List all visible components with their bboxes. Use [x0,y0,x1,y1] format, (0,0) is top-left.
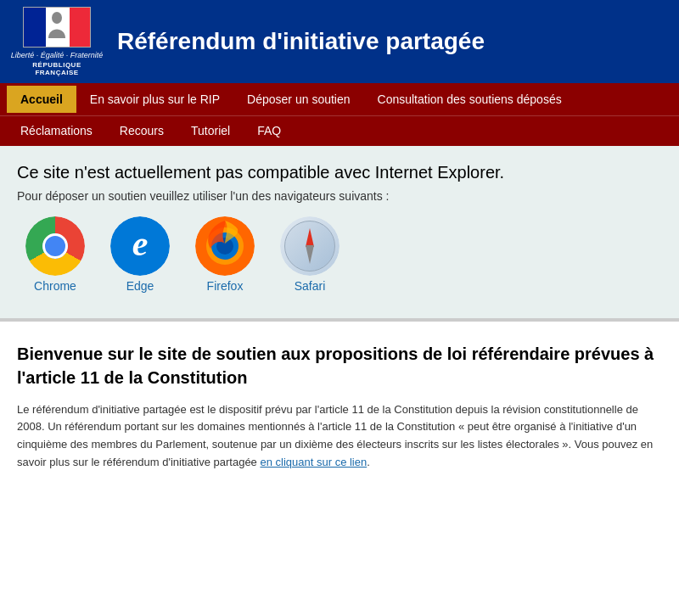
flag-white [46,8,70,47]
edge-icon-inner: e [110,216,170,276]
svg-point-0 [52,12,62,24]
browser-chrome: Chrome [17,216,93,293]
browser-edge: e Edge [102,216,178,293]
page-title: Référendum d'initiative partagée [117,27,669,56]
nav-recours[interactable]: Recours [106,117,177,144]
compass-needle-north [306,228,314,247]
safari-compass [284,221,335,272]
chrome-icon [25,216,85,276]
edge-letter: e [132,223,149,264]
browsers-list: Chrome e Edge [17,216,662,293]
marianne-svg [45,9,69,40]
edge-label: Edge [126,279,154,293]
nav-reclamations[interactable]: Réclamations [7,117,106,144]
nav-top: Accueil En savoir plus sur le RIP Dépose… [0,83,679,115]
firefox-icon [195,216,255,276]
nav-bottom: Réclamations Recours Tutoriel FAQ [0,115,679,146]
chrome-center [42,233,68,259]
welcome-link[interactable]: en cliquant sur ce lien [260,456,367,468]
safari-icon-inner [280,216,340,276]
main-content: Ce site n'est actuellement pas compatibl… [0,146,679,489]
chrome-label: Chrome [34,279,76,293]
ie-warning-title: Ce site n'est actuellement pas compatibl… [17,163,662,182]
logo-block: Liberté · Égalité · Fraternité Républiqu… [10,7,104,76]
browser-firefox: Firefox [187,216,263,293]
ie-warning-section: Ce site n'est actuellement pas compatibl… [0,146,679,320]
safari-label: Safari [295,279,326,293]
flag-blue [24,8,46,47]
nav-consultation[interactable]: Consultation des soutiens déposés [364,86,575,113]
welcome-title: Bienvenue sur le site de soutien aux pro… [17,342,662,389]
flag-logo [23,7,91,48]
firefox-svg [195,216,255,276]
nav-tutoriel[interactable]: Tutoriel [177,117,244,144]
compass-needle-south [306,245,314,264]
chrome-icon-inner [25,216,85,276]
safari-icon [280,216,340,276]
welcome-body: Le référendum d'initiative partagée est … [17,401,662,472]
nav-accueil[interactable]: Accueil [7,86,76,113]
browser-safari: Safari [272,216,348,293]
nav-en-savoir[interactable]: En savoir plus sur le RIP [76,86,233,113]
flag-red [70,8,90,47]
nav-deposer[interactable]: Déposer un soutien [233,86,363,113]
firefox-label: Firefox [207,279,244,293]
logo-tagline: Liberté · Égalité · Fraternité [11,50,104,61]
welcome-section: Bienvenue sur le site de soutien aux pro… [0,322,679,489]
nav-faq[interactable]: FAQ [244,117,295,144]
header: Liberté · Égalité · Fraternité Républiqu… [0,0,679,83]
logo-republic: République Française [10,61,104,76]
ie-warning-subtitle: Pour déposer un soutien veuillez utilise… [17,189,662,203]
edge-icon: e [110,216,170,276]
